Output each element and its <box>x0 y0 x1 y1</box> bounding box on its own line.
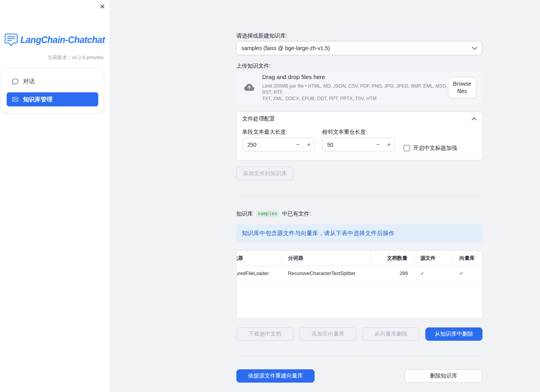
table-header-row: 文档加载器 分词器 文档数量 源文件 向量库 <box>236 251 482 266</box>
expander-header[interactable]: 文件处理配置 <box>237 112 482 126</box>
table-header-doc-count[interactable]: 文档数量 <box>371 251 414 265</box>
chevron-up-icon <box>472 117 477 120</box>
file-actions-row: 下载选中文档 添加至向量库 从向量库删除 从知识库中删除 <box>236 327 482 341</box>
plus-button[interactable]: + <box>303 138 314 151</box>
browse-files-button[interactable]: Browse files <box>448 77 476 98</box>
uploader-limits-line2: TXT, XML, DOCX, EPUB, ODT, PPT, PPTX, TS… <box>262 95 448 102</box>
table-header-source-file[interactable]: 源文件 <box>414 251 453 265</box>
kb-files-prefix: 知识库 <box>236 210 253 218</box>
kb-name-code: samples <box>256 210 279 218</box>
plus-button[interactable]: + <box>383 138 394 151</box>
logo-text: LangChain-Chatchat <box>20 35 105 45</box>
sidebar-close-button[interactable]: × <box>100 2 105 12</box>
overlap-field: 相邻文本重合长度: 50 − + <box>322 129 395 155</box>
uploader-title: Drag and drop files here <box>262 74 448 80</box>
logo: LangChain-Chatchat <box>0 34 110 47</box>
version-label: 当前版本：v0.2.6-preview <box>0 54 110 61</box>
max-length-stepper[interactable]: 250 − + <box>242 138 315 151</box>
cell-source-file-check: ✓ <box>414 266 453 281</box>
delete-from-kb-button[interactable]: 从知识库中删除 <box>425 327 482 341</box>
upload-label: 上传知识文件: <box>236 63 482 69</box>
download-selected-button[interactable]: 下载选中文档 <box>236 327 293 341</box>
minus-button[interactable]: − <box>292 138 303 151</box>
max-length-value: 250 <box>243 142 292 148</box>
info-alert: 知识库中包含源文件与向量库，请从下表中选择文件后操作 <box>236 224 482 243</box>
menu-item-label: 对话 <box>23 78 35 85</box>
overlap-label: 相邻文本重合长度: <box>322 129 395 135</box>
expander-title: 文件处理配置 <box>242 115 275 122</box>
chevron-down-icon <box>472 47 477 50</box>
file-uploader-dropzone[interactable]: Drag and drop files here Limit 200MB per… <box>236 72 482 104</box>
overlap-stepper[interactable]: 50 − + <box>322 138 395 151</box>
kb-files-table-scroll[interactable]: 文档加载器 分词器 文档数量 源文件 向量库 UnstructuredFileL… <box>236 251 482 281</box>
uploader-limits-line1: Limit 200MB per file • HTML, MD, JSON, C… <box>262 83 448 95</box>
cloud-upload-icon <box>243 83 256 93</box>
chat-bubble-icon <box>12 78 18 85</box>
divider <box>236 356 482 356</box>
add-to-vector-store-button[interactable]: 添加至向量库 <box>299 327 356 341</box>
table-row[interactable]: UnstructuredFileLoader RecursiveCharacte… <box>236 266 482 281</box>
table-header-vector-store[interactable]: 向量库 <box>453 251 482 265</box>
max-length-field: 单段文本最大长度: 250 − + <box>242 129 315 155</box>
divider <box>236 196 482 197</box>
stack-icon <box>12 96 18 102</box>
kb-select-label: 请选择或新建知识库: <box>236 32 482 39</box>
kb-files-line: 知识库 samples 中已有文件: <box>236 210 482 218</box>
sidebar-menu: 对话 知识库管理 <box>1 68 104 113</box>
table-header-splitter[interactable]: 分词器 <box>282 251 371 265</box>
cell-doc-count: 299 <box>371 266 414 281</box>
logo-chat-icon <box>5 34 18 47</box>
kb-select-value: samples (faiss @ bge-large-zh-v1.5) <box>241 45 472 51</box>
minus-button[interactable]: − <box>373 138 383 151</box>
cell-vector-store-check: ✓ <box>453 266 482 281</box>
uploader-limits: Limit 200MB per file • HTML, MD, JSON, C… <box>262 83 448 102</box>
menu-item-knowledge-base[interactable]: 知识库管理 <box>7 92 98 106</box>
uploader-texts: Drag and drop files here Limit 200MB per… <box>262 74 448 102</box>
kb-files-suffix: 中已有文件: <box>282 210 311 218</box>
kb-select[interactable]: samples (faiss @ bge-large-zh-v1.5) <box>236 41 482 55</box>
menu-item-label: 知识库管理 <box>23 96 52 103</box>
add-files-to-kb-button[interactable]: 添加文件到知识库 <box>236 167 293 180</box>
zh-title-checkbox[interactable] <box>403 145 410 151</box>
file-config-expander: 文件处理配置 单段文本最大长度: 250 − + 相邻文本重合长度: <box>236 111 482 160</box>
kb-files-table: 文档加载器 分词器 文档数量 源文件 向量库 UnstructuredFileL… <box>236 250 482 318</box>
rebuild-vector-store-button[interactable]: 依据源文件重建向量库 <box>236 369 315 383</box>
sidebar: × LangChain-Chatchat 当前版本：v0.2.6-preview… <box>0 0 110 392</box>
delete-kb-button[interactable]: 删除知识库 <box>405 369 482 383</box>
overlap-value: 50 <box>322 142 373 148</box>
menu-item-dialogue[interactable]: 对话 <box>7 74 98 88</box>
cell-splitter: RecursiveCharacterTextSplitter <box>282 266 371 281</box>
cell-loader: UnstructuredFileLoader <box>236 266 282 281</box>
page: × LangChain-Chatchat 当前版本：v0.2.6-preview… <box>0 0 540 392</box>
table-header-loader[interactable]: 文档加载器 <box>236 251 282 265</box>
info-alert-text: 知识库中包含源文件与向量库，请从下表中选择文件后操作 <box>242 230 394 237</box>
zh-title-checkbox-label: 开启中文标题加强 <box>413 145 457 152</box>
main-content: 请选择或新建知识库: samples (faiss @ bge-large-zh… <box>236 0 482 383</box>
zh-title-check-row: 开启中文标题加强 <box>403 141 457 155</box>
bottom-actions-row: 依据源文件重建向量库 删除知识库 <box>236 369 482 383</box>
expander-body: 单段文本最大长度: 250 − + 相邻文本重合长度: 50 − + <box>237 126 482 160</box>
delete-from-vector-store-button[interactable]: 从向量库删除 <box>362 327 419 341</box>
max-length-label: 单段文本最大长度: <box>242 129 315 135</box>
